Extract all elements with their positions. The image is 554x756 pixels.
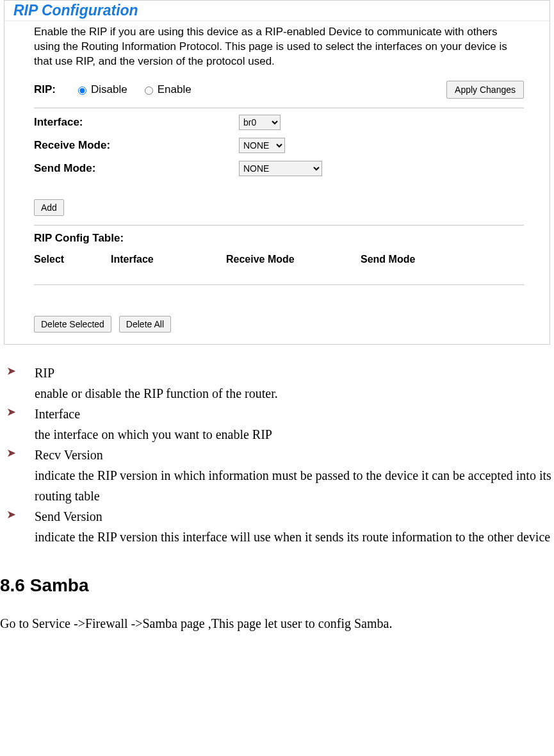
bullet-desc: enable or disable the RIP function of th… — [35, 383, 551, 404]
rip-disable-label: Disable — [91, 83, 127, 96]
send-mode-select[interactable]: NONE — [239, 161, 322, 176]
apply-changes-button[interactable]: Apply Changes — [446, 81, 524, 99]
receive-mode-select[interactable]: NONE — [239, 138, 285, 153]
list-item: ➤ Recv Version indicate the RIP version … — [0, 445, 554, 506]
config-table-label: RIP Config Table: — [34, 232, 524, 245]
list-item: ➤ Interface the interface on which you w… — [0, 404, 554, 445]
bullet-icon: ➤ — [0, 363, 35, 404]
bullet-title: Recv Version — [35, 445, 551, 465]
list-item: ➤ Send Version indicate the RIP version … — [0, 506, 554, 547]
bullet-desc: indicate the RIP version this interface … — [35, 527, 551, 547]
send-mode-label: Send Mode: — [34, 162, 239, 175]
bullet-icon: ➤ — [0, 404, 35, 445]
bullet-desc: indicate the RIP version in which inform… — [35, 465, 551, 506]
rip-enable-option[interactable]: Enable — [142, 83, 191, 96]
bullet-desc: the interface on which you want to enabl… — [35, 424, 551, 445]
add-button[interactable]: Add — [34, 199, 64, 216]
interface-select[interactable]: br0 — [239, 115, 281, 130]
rip-disable-radio[interactable] — [78, 86, 86, 95]
bullet-title: Interface — [35, 404, 551, 424]
bullet-icon: ➤ — [0, 445, 35, 506]
rip-label: RIP: — [34, 83, 70, 96]
rip-enable-label: Enable — [158, 83, 191, 96]
rip-disable-option[interactable]: Disable — [75, 83, 127, 96]
panel-title: RIP Configuration — [4, 1, 550, 21]
receive-mode-label: Receive Mode: — [34, 139, 239, 152]
list-item: ➤ RIP enable or disable the RIP function… — [0, 363, 554, 404]
bullet-icon: ➤ — [0, 506, 35, 547]
interface-label: Interface: — [34, 116, 239, 129]
rip-row: RIP: Disable Enable Apply Changes — [34, 81, 524, 99]
bullet-title: Send Version — [35, 506, 551, 527]
divider — [34, 284, 524, 285]
divider — [34, 108, 524, 108]
col-interface: Interface — [111, 254, 226, 265]
interface-row: Interface: br0 — [34, 115, 524, 130]
delete-selected-button[interactable]: Delete Selected — [34, 316, 111, 333]
rip-enable-radio[interactable] — [145, 86, 153, 95]
divider — [34, 225, 524, 226]
col-select: Select — [34, 254, 111, 265]
config-table-header: Select Interface Receive Mode Send Mode — [34, 254, 524, 265]
rip-config-panel: RIP Configuration Enable the RIP if you … — [4, 0, 550, 345]
panel-intro-text: Enable the RIP if you are using this dev… — [34, 25, 524, 69]
receive-mode-row: Receive Mode: NONE — [34, 138, 524, 153]
col-send-mode: Send Mode — [361, 254, 415, 265]
section-heading: 8.6 Samba — [0, 575, 554, 596]
bullet-title: RIP — [35, 363, 551, 383]
section-nav-text: Go to Service ->Firewall ->Samba page ,T… — [0, 614, 554, 633]
send-mode-row: Send Mode: NONE — [34, 161, 524, 176]
delete-all-button[interactable]: Delete All — [119, 316, 171, 333]
col-receive-mode: Receive Mode — [226, 254, 361, 265]
